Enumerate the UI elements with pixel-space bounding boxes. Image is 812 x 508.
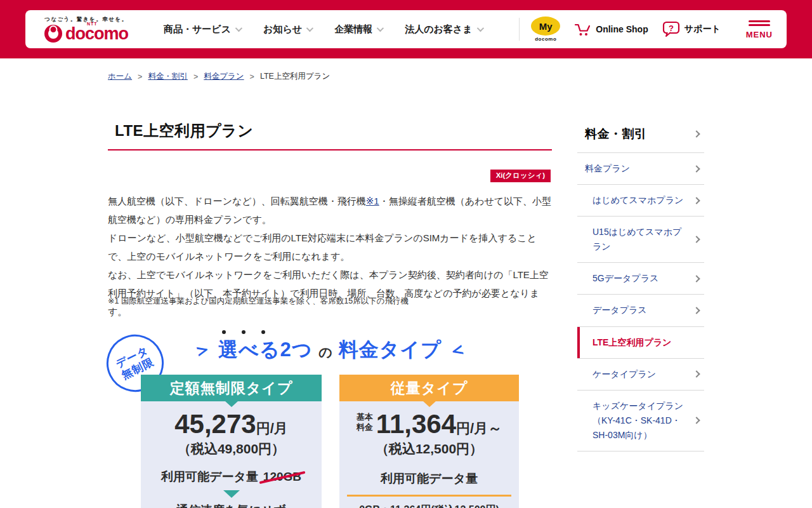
sidebar-item-5g-data-plus[interactable]: 5Gデータプラス <box>577 263 704 295</box>
chevron-right-icon <box>693 307 700 314</box>
breadcrumb-separator: > <box>193 72 198 81</box>
breadcrumb: ホーム > 料金・割引 > 料金プラン > LTE上空利用プラン <box>108 71 330 82</box>
xi-crossy-badge: Xi(クロッシィ) <box>490 170 551 182</box>
metered-price: 基本 料金 11,364 円/月～ <box>339 409 519 439</box>
breadcrumb-home[interactable]: ホーム <box>108 71 132 82</box>
flat-rate-card-body: 45,273 円/月 （税込49,800円） 利用可能データ量120GB 通信速… <box>141 401 322 508</box>
sidebar-item-rate-plans[interactable]: 料金プラン <box>577 153 704 185</box>
sidebar-item-keitai-plan[interactable]: ケータイプラン <box>577 359 704 391</box>
support-link[interactable]: ? サポート <box>662 21 721 37</box>
chevron-right-icon <box>693 236 700 243</box>
flat-rate-note: 通信速度を気にせず <box>141 502 322 508</box>
metered-tier-0gb: 0GB：11,364円(税込12,500円) <box>339 504 519 508</box>
chevron-right-icon <box>693 130 700 137</box>
metered-tax: （税込12,500円） <box>339 440 519 458</box>
flat-rate-data-amount: 利用可能データ量120GB <box>141 469 322 485</box>
breadcrumb-separator: > <box>138 72 142 81</box>
chevron-right-icon <box>693 197 700 204</box>
promo-heading-particle: の <box>318 344 332 363</box>
breadcrumb-separator: > <box>250 72 254 81</box>
metered-data-label: 利用可能データ量 <box>339 471 519 487</box>
flat-rate-price: 45,273 円/月 <box>141 409 322 439</box>
struck-data-value: 120GB <box>263 470 301 484</box>
docomo-mark-icon <box>44 25 62 43</box>
sidebar-item-kids-keitai-plan[interactable]: キッズケータイプラン（KY-41C・SK-41D・SH-03M向け） <box>577 391 704 451</box>
promo-heading-em2: 料金タイプ <box>339 337 442 363</box>
chevron-right-icon <box>693 371 700 378</box>
left-bracket-decoration: ＞ <box>191 338 214 361</box>
hamburger-icon <box>749 19 770 28</box>
sidebar-item-data-plus[interactable]: データプラス <box>577 295 704 326</box>
flat-rate-tax: （税込49,800円） <box>141 440 322 458</box>
metered-card-header: 従量タイプ <box>339 375 519 401</box>
breadcrumb-rate-plans[interactable]: 料金プラン <box>204 71 244 82</box>
online-shop-link[interactable]: Online Shop <box>574 22 648 37</box>
sidebar-item-lte-aerial-plan-active[interactable]: LTE上空利用プラン <box>577 327 704 359</box>
cart-icon <box>574 22 591 37</box>
flat-rate-card-header: 定額無制限タイプ <box>141 375 322 401</box>
intro-paragraph-1: 無人航空機（以下、ドローンなど）、回転翼航空機・飛行機※1・無操縦者航空機（あわ… <box>108 192 552 229</box>
footnote-1: ※1 国際航空運送事業および国内定期航空運送事業を除く、客席数15席以下の飛行機 <box>108 296 409 307</box>
page-title: LTE上空利用プラン <box>115 121 552 141</box>
breadcrumb-current: LTE上空利用プラン <box>260 71 330 82</box>
question-bubble-icon: ? <box>662 21 680 37</box>
emphasis-dots <box>222 330 265 334</box>
chevron-right-icon <box>693 165 700 172</box>
menu-button[interactable]: MENU <box>746 19 773 40</box>
flat-rate-card: 定額無制限タイプ 45,273 円/月 （税込49,800円） 利用可能データ量… <box>141 375 322 508</box>
footnote-1-link[interactable]: ※1 <box>366 196 379 206</box>
page-title-block: LTE上空利用プラン <box>108 121 552 150</box>
ntt-label: NTT <box>87 22 98 26</box>
chevron-right-icon <box>693 417 700 424</box>
sidebar-header-charges-discounts[interactable]: 料金・割引 <box>577 122 704 153</box>
intro-paragraph-3: なお、上空でモバイルネットワークをご利用いただく際は、本プラン契約後、契約者向け… <box>108 265 552 321</box>
sidebar-item-first-smartphone-plan[interactable]: はじめてスマホプラン <box>577 185 704 217</box>
down-triangle-icon <box>223 490 240 498</box>
intro-paragraph-2: ドローンなど、小型航空機などでご利用のLTE対応端末に本料金プランのSIMカード… <box>108 229 552 265</box>
svg-text:?: ? <box>669 23 674 33</box>
main-content: ホーム > 料金・割引 > 料金プラン > LTE上空利用プラン LTE上空利用… <box>108 0 552 508</box>
chevron-right-icon <box>693 275 700 282</box>
sidebar: 料金・割引 料金プラン はじめてスマホプラン U15はじめてスマホプラン 5Gデ… <box>577 122 704 451</box>
orange-divider <box>347 495 511 497</box>
header-quick-links: My docomo Online Shop <box>531 17 720 42</box>
promo-heading-em1: 選べる2つ <box>218 337 312 363</box>
base-charge-label: 基本 料金 <box>357 412 373 432</box>
sidebar-item-u15-first-smartphone-plan[interactable]: U15はじめてスマホプラン <box>577 217 704 263</box>
page: つなごう。驚きを。幸せを。 NTT docomo 商品・サービス お知らせ <box>0 0 812 508</box>
metered-card: 従量タイプ 基本 料金 11,364 円/月～ （税込12,500円） 利用可能… <box>339 375 519 508</box>
breadcrumb-charges-discounts[interactable]: 料金・割引 <box>148 71 188 82</box>
promo-heading: ＞ 選べる2つ の 料金タイプ ＜ <box>108 337 552 363</box>
metered-card-body: 基本 料金 11,364 円/月～ （税込12,500円） 利用可能データ量 0… <box>339 401 519 508</box>
right-bracket-decoration: ＜ <box>446 338 469 361</box>
